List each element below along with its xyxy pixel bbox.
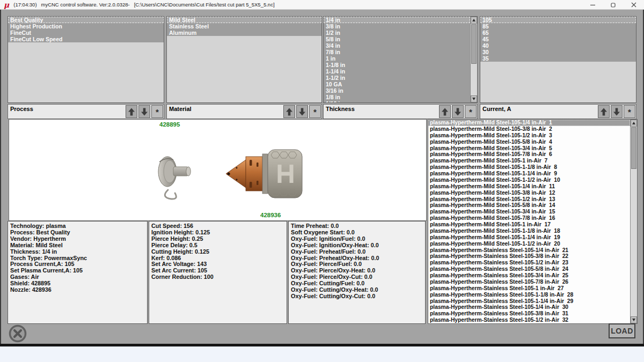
current-option[interactable]: 105: [480, 17, 636, 23]
cutchart-row[interactable]: plasma-Hypertherm-Mild Steel-105-1/2 in-…: [428, 196, 630, 203]
thickness-option[interactable]: 1/8 in: [324, 94, 470, 100]
cutchart-row[interactable]: plasma-Hypertherm-Stainless Steel-105-1 …: [428, 285, 630, 292]
thickness-option[interactable]: 3/4 in: [324, 42, 470, 49]
thickness-option[interactable]: 1/16 in: [324, 100, 470, 103]
scrollbar-thumb[interactable]: [471, 24, 477, 64]
thickness-option[interactable]: 1 in: [324, 55, 470, 62]
minimize-button[interactable]: [583, 0, 603, 9]
thickness-option[interactable]: 7/8 in: [324, 49, 470, 55]
scrollbar-down-button[interactable]: [631, 316, 637, 323]
thickness-option[interactable]: 1/4 in: [324, 17, 470, 23]
material-option[interactable]: Stainless Steel: [167, 23, 321, 29]
thickness-option[interactable]: 10 GA: [324, 81, 470, 87]
cutchart-row[interactable]: plasma-Hypertherm-Stainless Steel-105-3/…: [428, 272, 630, 279]
current-listbox[interactable]: 105856545403035: [480, 16, 636, 103]
cutchart-row[interactable]: plasma-Hypertherm-Mild Steel-105-3/8 in-…: [428, 190, 630, 196]
current-down-button[interactable]: [611, 105, 623, 118]
process-up-button[interactable]: [126, 105, 137, 118]
process-option[interactable]: Best Quality: [8, 17, 164, 23]
arrow-up-icon: [600, 108, 608, 116]
titlebar: μ (17:04:30) myCNC control software. Ver…: [0, 0, 644, 10]
cutchart-row[interactable]: plasma-Hypertherm-Mild Steel-105-1/4 in-…: [428, 183, 630, 190]
material-option[interactable]: Aluminum: [167, 29, 321, 36]
process-option[interactable]: FineCut: [8, 29, 164, 36]
info-line: Oxy-Fuel: Cutting/Oxy-Cut: 0.0: [291, 293, 423, 300]
process-down-button[interactable]: [138, 105, 150, 118]
cutchart-row[interactable]: plasma-Hypertherm-Mild Steel-105-5/8 in-…: [428, 202, 630, 209]
thickness-option[interactable]: 3/8 in: [324, 23, 470, 29]
dialog-close-button[interactable]: [8, 324, 27, 343]
cutchart-row[interactable]: plasma-Hypertherm-Stainless Steel-105-1/…: [428, 260, 630, 266]
info-line: Thickness: 1/4 in: [10, 249, 145, 255]
thickness-option[interactable]: 5/8 in: [324, 36, 470, 42]
scrollbar-up-button[interactable]: [631, 120, 637, 127]
cutchart-row[interactable]: plasma-Hypertherm-Mild Steel-105-1-1/2 i…: [428, 177, 630, 183]
info-line: Oxy-Fuel: Preheat/Fuel: 0.0: [291, 249, 423, 255]
cutchart-row[interactable]: plasma-Hypertherm-Mild Steel-105-1 in-Ai…: [428, 158, 630, 164]
scrollbar-up-button[interactable]: [471, 17, 477, 24]
material-star-button[interactable]: *: [309, 105, 321, 118]
restore-button[interactable]: [603, 0, 624, 9]
cutchart-listbox[interactable]: plasma-Hypertherm-Mild Steel-105-1/4 in-…: [428, 119, 638, 324]
current-option[interactable]: 40: [480, 42, 636, 49]
cutchart-row[interactable]: plasma-Hypertherm-Mild Steel-105-1/2 in-…: [428, 132, 630, 139]
thickness-up-button[interactable]: [439, 105, 451, 118]
cutchart-row[interactable]: plasma-Hypertherm-Mild Steel-105-7/8 in-…: [428, 215, 630, 221]
cutchart-row[interactable]: plasma-Hypertherm-Mild Steel-105-1-1/4 i…: [428, 234, 630, 241]
current-option[interactable]: 35: [480, 55, 636, 62]
load-button[interactable]: LOAD: [609, 323, 635, 338]
thickness-scrollbar[interactable]: [470, 17, 477, 102]
cutchart-row[interactable]: plasma-Hypertherm-Mild Steel-105-1/4 in-…: [428, 120, 630, 126]
current-star-button[interactable]: *: [624, 105, 635, 118]
cutchart-scrollbar[interactable]: [630, 120, 637, 323]
current-option[interactable]: 30: [480, 49, 636, 55]
material-option[interactable]: Mild Steel: [167, 17, 321, 23]
cutchart-row[interactable]: plasma-Hypertherm-Mild Steel-105-1 in-Ai…: [428, 221, 630, 228]
taskbar: Search μ (17:04:30) myCNC cont: [0, 346, 644, 362]
material-up-button[interactable]: [283, 105, 295, 118]
current-option[interactable]: 45: [480, 36, 636, 42]
cutchart-row[interactable]: plasma-Hypertherm-Stainless Steel-105-5/…: [428, 266, 630, 272]
process-option[interactable]: Highest Production: [8, 23, 164, 29]
arrow-down-icon: [613, 108, 620, 116]
screen: μ (17:04:30) myCNC control software. Ver…: [0, 0, 644, 362]
cutchart-row[interactable]: plasma-Hypertherm-Mild Steel-105-7/8 in-…: [428, 151, 630, 158]
cutchart-row[interactable]: plasma-Hypertherm-Mild Steel-105-1-1/4 i…: [428, 171, 630, 177]
cutchart-row[interactable]: plasma-Hypertherm-Stainless Steel-105-1-…: [428, 298, 630, 305]
thickness-listbox[interactable]: 1/4 in3/8 in1/2 in5/8 in3/4 in7/8 in1 in…: [323, 16, 478, 103]
cutchart-row[interactable]: plasma-Hypertherm-Mild Steel-105-5/8 in-…: [428, 139, 630, 145]
cutchart-row[interactable]: plasma-Hypertherm-Stainless Steel-105-7/…: [428, 279, 630, 285]
close-button[interactable]: [624, 0, 644, 9]
current-option[interactable]: 85: [480, 23, 636, 29]
process-option[interactable]: FineCut Low Speed: [8, 36, 164, 42]
thickness-option[interactable]: 1-1/2 in: [324, 75, 470, 81]
cutchart-row[interactable]: plasma-Hypertherm-Mild Steel-105-3/8 in-…: [428, 126, 630, 132]
scrollbar-down-button[interactable]: [471, 95, 477, 102]
material-down-button[interactable]: [296, 105, 308, 118]
thickness-option[interactable]: 1/2 in: [324, 29, 470, 36]
cutchart-row[interactable]: plasma-Hypertherm-Mild Steel-105-3/4 in-…: [428, 209, 630, 215]
process-listbox[interactable]: Best QualityHighest ProductionFineCutFin…: [8, 16, 164, 103]
thickness-option[interactable]: 1-1/8 in: [324, 62, 470, 68]
cutchart-row[interactable]: plasma-Hypertherm-Stainless Steel-105-3/…: [428, 253, 630, 260]
cutchart-row[interactable]: plasma-Hypertherm-Mild Steel-105-1-1/8 i…: [428, 228, 630, 234]
cutchart-row[interactable]: plasma-Hypertherm-Stainless Steel-105-1/…: [428, 317, 630, 323]
thickness-option[interactable]: 1-1/4 in: [324, 68, 470, 75]
cutchart-row[interactable]: plasma-Hypertherm-Stainless Steel-105-1/…: [428, 304, 630, 311]
cutchart-row[interactable]: plasma-Hypertherm-Mild Steel-105-1-1/2 i…: [428, 241, 630, 247]
process-star-button[interactable]: *: [151, 105, 163, 118]
close-circle-icon: [8, 324, 27, 343]
thickness-down-button[interactable]: [452, 105, 464, 118]
scrollbar-thumb[interactable]: [631, 127, 636, 169]
nozzle-part-number: 428936: [260, 212, 281, 218]
cutchart-row[interactable]: plasma-Hypertherm-Stainless Steel-105-1-…: [428, 292, 630, 298]
current-up-button[interactable]: [598, 105, 610, 118]
cutchart-row[interactable]: plasma-Hypertherm-Mild Steel-105-3/4 in-…: [428, 145, 630, 152]
thickness-star-button[interactable]: *: [465, 105, 477, 118]
material-listbox[interactable]: Mild SteelStainless SteelAluminum: [166, 16, 322, 103]
cutchart-row[interactable]: plasma-Hypertherm-Stainless Steel-105-3/…: [428, 311, 630, 317]
current-option[interactable]: 65: [480, 29, 636, 36]
cutchart-row[interactable]: plasma-Hypertherm-Stainless Steel-105-1/…: [428, 247, 630, 254]
cutchart-row[interactable]: plasma-Hypertherm-Mild Steel-105-1-1/8 i…: [428, 164, 630, 171]
thickness-option[interactable]: 3/16 in: [324, 87, 470, 94]
